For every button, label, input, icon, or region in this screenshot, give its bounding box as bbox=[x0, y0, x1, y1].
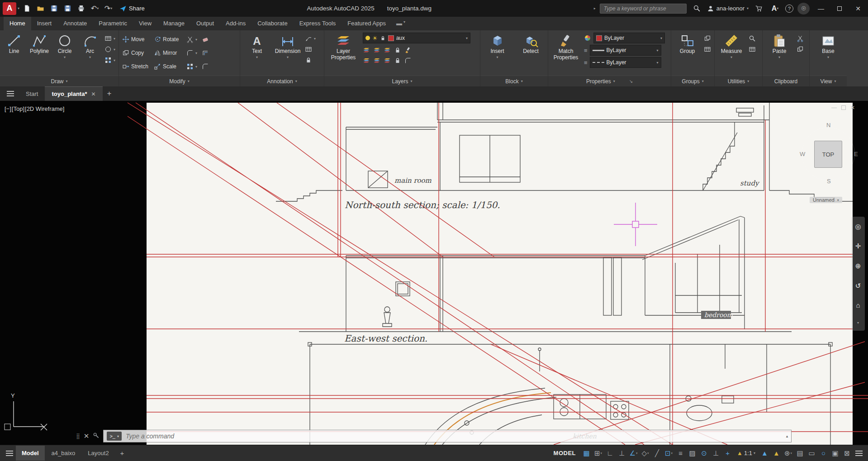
layer-properties-button[interactable]: Layer Properties bbox=[327, 33, 359, 61]
layer-off-button[interactable] bbox=[363, 47, 370, 54]
maximize-button[interactable] bbox=[832, 2, 847, 15]
pan-icon[interactable]: ✛ bbox=[855, 242, 861, 250]
undo-button[interactable]: ↶▾ bbox=[89, 3, 101, 14]
app-logo-button[interactable]: A bbox=[3, 2, 16, 15]
offset-button[interactable] bbox=[202, 63, 213, 70]
search-expand-icon[interactable]: ▸ bbox=[594, 6, 596, 10]
redo-button[interactable]: ↷▾ bbox=[102, 3, 114, 14]
panel-label-groups[interactable]: Groups▾ bbox=[671, 76, 714, 86]
tab-featured-apps[interactable]: Featured Apps bbox=[342, 17, 392, 30]
copy-button[interactable]: Copy bbox=[122, 49, 152, 57]
minimize-button[interactable]: — bbox=[814, 2, 828, 15]
snap-mode-toggle-icon[interactable]: ⊞▾ bbox=[593, 447, 604, 459]
showmotion-icon[interactable]: ⌂ bbox=[856, 301, 860, 309]
fillet-flyout-button[interactable]: ▾ bbox=[186, 49, 200, 57]
properties-dialog-launcher[interactable]: ↘ bbox=[629, 79, 633, 84]
object-snap-icon[interactable]: ⊡▾ bbox=[663, 447, 674, 459]
command-collapse-icon[interactable]: ▴ bbox=[786, 434, 788, 438]
viewport-minimize-control[interactable]: [−] bbox=[5, 105, 11, 112]
dimension-button[interactable]: Dimension▾ bbox=[274, 33, 301, 59]
viewcube-east[interactable]: E bbox=[854, 151, 858, 157]
save-as-button[interactable] bbox=[62, 3, 74, 14]
ellipse-flyout-button[interactable]: ▾ bbox=[104, 46, 115, 53]
quick-select-button[interactable] bbox=[749, 35, 756, 42]
layer-unisolate-button[interactable] bbox=[373, 57, 380, 64]
drawing-viewport[interactable]: main room study North-south section; sca… bbox=[0, 101, 868, 445]
transparency-icon[interactable]: ▨ bbox=[687, 447, 698, 459]
tab-start[interactable]: Start bbox=[19, 86, 45, 101]
panel-label-view[interactable]: View▾ bbox=[810, 76, 847, 86]
viewport-minimize-icon[interactable]: — bbox=[831, 105, 837, 111]
tab-annotate[interactable]: Annotate bbox=[57, 17, 93, 30]
viewcube-top-face[interactable]: TOP bbox=[814, 141, 842, 168]
account-menu[interactable]: ana-leonor ▾ bbox=[707, 5, 749, 12]
model-tab[interactable]: Model bbox=[16, 446, 45, 461]
viewcube-west[interactable]: W bbox=[800, 151, 805, 157]
viewcube-south[interactable]: S bbox=[827, 178, 831, 185]
named-view-control[interactable]: Unnamed▾ bbox=[810, 197, 842, 203]
tab-document[interactable]: toyo_planta* ✕ bbox=[45, 86, 102, 101]
panel-label-layers[interactable]: Layers▾ bbox=[324, 76, 480, 86]
layer-select[interactable]: ☀ aux ▾ bbox=[363, 33, 470, 43]
quick-properties-icon[interactable]: ▭ bbox=[806, 447, 817, 459]
panel-label-annotation[interactable]: Annotation▾ bbox=[240, 76, 324, 86]
rotate-button[interactable]: Rotate bbox=[154, 36, 185, 43]
tab-express-tools[interactable]: Express Tools bbox=[294, 17, 342, 30]
hatch-flyout-button[interactable]: ▾ bbox=[104, 57, 115, 64]
group-edit-button[interactable] bbox=[704, 46, 711, 53]
search-input[interactable] bbox=[600, 4, 687, 14]
annotation-monitor-icon[interactable]: ▤ bbox=[794, 447, 806, 459]
workspace-switching-icon[interactable]: ⊛▾ bbox=[783, 447, 794, 459]
space-indicator[interactable]: MODEL bbox=[554, 450, 576, 456]
share-button[interactable]: Share bbox=[119, 5, 145, 12]
file-tabs-menu-icon[interactable] bbox=[2, 86, 19, 101]
markup-button[interactable] bbox=[305, 57, 316, 64]
layer-match-button[interactable] bbox=[404, 47, 412, 54]
graphics-performance-icon[interactable]: ▣ bbox=[830, 447, 841, 459]
selection-cycling-icon[interactable]: ⊙ bbox=[698, 447, 710, 459]
tab-manage[interactable]: Manage bbox=[157, 17, 190, 30]
recent-commands-icon[interactable]: >_▾ bbox=[107, 432, 122, 441]
leader-button[interactable]: ▾ bbox=[305, 35, 316, 42]
orbit-icon[interactable]: ↺ bbox=[855, 282, 861, 290]
tab-output[interactable]: Output bbox=[190, 17, 220, 30]
command-line-close-icon[interactable]: ✕ bbox=[84, 432, 90, 440]
table-button[interactable] bbox=[305, 46, 316, 53]
object-color-select[interactable]: ByLayer ▾ bbox=[593, 33, 665, 43]
dynamic-ucs-icon[interactable]: ⊥ bbox=[710, 447, 721, 459]
array-flyout-button[interactable]: ▾ bbox=[186, 63, 200, 70]
new-layout-button[interactable]: + bbox=[116, 449, 129, 457]
isolate-objects-icon[interactable]: ○ bbox=[818, 447, 829, 459]
erase-button[interactable] bbox=[202, 36, 213, 43]
layout-tab-layout2[interactable]: Layout2 bbox=[82, 446, 114, 461]
object-snap-tracking-icon[interactable]: ╱ bbox=[651, 447, 663, 459]
grid-toggle-icon[interactable]: ▦ bbox=[581, 447, 592, 459]
panel-label-utilities[interactable]: Utilities▾ bbox=[715, 76, 762, 86]
trim-flyout-button[interactable]: ▾ bbox=[186, 36, 200, 43]
polar-tracking-icon[interactable]: ∠▾ bbox=[628, 447, 639, 459]
layer-on-button[interactable] bbox=[363, 57, 370, 64]
viewport-restore-icon[interactable] bbox=[841, 105, 846, 110]
layer-thaw-all-button[interactable] bbox=[384, 57, 391, 64]
mirror-button[interactable]: Mirror bbox=[154, 49, 185, 57]
match-properties-button[interactable]: Match Properties bbox=[551, 33, 580, 61]
explode-button[interactable] bbox=[202, 49, 213, 57]
layer-prev-button[interactable] bbox=[404, 57, 412, 64]
navbar-more-icon[interactable]: ▾ bbox=[857, 321, 859, 325]
lineweight-display-icon[interactable]: ≡ bbox=[675, 447, 686, 459]
linetype-select[interactable]: ByLayer ▾ bbox=[590, 57, 661, 68]
new-tab-button[interactable]: + bbox=[103, 86, 116, 101]
rectangle-flyout-button[interactable]: ▾ bbox=[104, 35, 115, 42]
stretch-button[interactable]: Stretch bbox=[122, 63, 152, 70]
zoom-icon[interactable]: ⊕ bbox=[855, 262, 861, 270]
tab-insert[interactable]: Insert bbox=[31, 17, 58, 30]
tab-home[interactable]: Home bbox=[4, 17, 31, 30]
copy-clip-button[interactable] bbox=[797, 46, 804, 53]
tab-collaborate[interactable]: Collaborate bbox=[251, 17, 294, 30]
circle-button[interactable]: Circle▾ bbox=[54, 33, 76, 59]
viewport-style-control[interactable]: [2D Wireframe] bbox=[25, 105, 64, 112]
cart-icon[interactable] bbox=[753, 3, 765, 14]
command-input-text[interactable]: Type a command bbox=[126, 432, 782, 440]
group-button[interactable]: Group bbox=[674, 33, 700, 55]
search-icon[interactable] bbox=[691, 3, 703, 14]
